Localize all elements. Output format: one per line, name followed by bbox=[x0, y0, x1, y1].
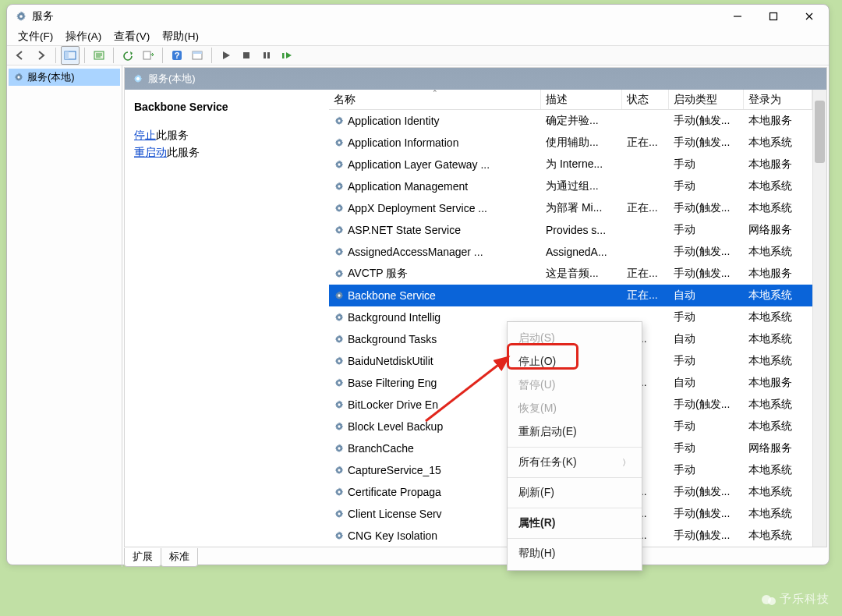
stop-suffix: 此服务 bbox=[156, 129, 189, 141]
restart-link[interactable]: 重启动 bbox=[134, 146, 167, 158]
service-icon bbox=[334, 421, 345, 432]
service-icon bbox=[334, 181, 345, 192]
svg-rect-2 bbox=[770, 13, 777, 20]
menu-help[interactable]: 帮助(H) bbox=[157, 28, 203, 45]
menu-action[interactable]: 操作(A) bbox=[61, 28, 106, 45]
chevron-right-icon: 〉 bbox=[622, 457, 631, 469]
col-start[interactable]: 启动类型 bbox=[669, 90, 744, 109]
scrollbar-thumb[interactable] bbox=[815, 101, 825, 163]
menu-file[interactable]: 文件(F) bbox=[13, 28, 58, 45]
main-header-title: 服务(本地) bbox=[148, 72, 196, 86]
stop-service-button[interactable] bbox=[237, 46, 256, 65]
service-icon bbox=[334, 312, 345, 323]
services-icon bbox=[13, 72, 24, 83]
svg-rect-14 bbox=[282, 53, 285, 58]
table-row[interactable]: Application Information使用辅助...正在...手动(触发… bbox=[329, 132, 812, 154]
svg-rect-13 bbox=[267, 52, 270, 58]
detail-pane: Backbone Service 停止此服务 重启动此服务 bbox=[125, 90, 329, 547]
ctx-properties[interactable]: 属性(R) bbox=[508, 512, 642, 535]
ctx-restart[interactable]: 重新启动(E) bbox=[508, 420, 642, 444]
menu-view[interactable]: 查看(V) bbox=[109, 28, 154, 45]
table-row[interactable]: Backbone Service正在...自动本地系统 bbox=[329, 285, 812, 306]
col-name[interactable]: 名称⌃ bbox=[329, 90, 541, 109]
pause-service-button[interactable] bbox=[257, 46, 276, 65]
menubar: 文件(F) 操作(A) 查看(V) 帮助(H) bbox=[7, 28, 829, 45]
col-status[interactable]: 状态 bbox=[622, 90, 669, 109]
service-icon bbox=[334, 530, 345, 541]
col-login[interactable]: 登录为 bbox=[744, 90, 812, 109]
export-list-button[interactable] bbox=[90, 46, 108, 65]
body: 服务(本地) 服务(本地) Backbone Service 停止此服务 bbox=[7, 65, 829, 567]
service-title: Backbone Service bbox=[134, 101, 320, 113]
col-desc[interactable]: 描述 bbox=[541, 90, 622, 109]
service-icon bbox=[334, 290, 345, 301]
tab-standard[interactable]: 标准 bbox=[161, 548, 198, 567]
watermark: 予乐科技 bbox=[761, 592, 830, 607]
service-icon bbox=[334, 356, 345, 366]
help-button[interactable]: ? bbox=[168, 46, 186, 65]
tree-root-node[interactable]: 服务(本地) bbox=[9, 69, 120, 86]
sort-caret-icon: ⌃ bbox=[432, 90, 438, 97]
titlebar: 服务 bbox=[7, 5, 829, 28]
main-header: 服务(本地) bbox=[125, 68, 826, 90]
svg-rect-10 bbox=[193, 51, 202, 54]
table-row[interactable]: AssignedAccessManager ...AssignedA...手动(… bbox=[329, 241, 812, 263]
ctx-pause: 暂停(U) bbox=[508, 373, 642, 397]
service-icon bbox=[334, 225, 345, 235]
services-icon bbox=[15, 10, 27, 23]
main-pane: 服务(本地) Backbone Service 停止此服务 重启动此服务 bbox=[124, 67, 827, 547]
svg-rect-4 bbox=[65, 51, 69, 59]
table-row[interactable]: AVCTP 服务这是音频...正在...手动(触发...本地服务 bbox=[329, 263, 812, 285]
table-row[interactable]: ASP.NET State ServiceProvides s...手动网络服务 bbox=[329, 219, 812, 241]
service-icon bbox=[334, 334, 345, 345]
refresh-button[interactable] bbox=[119, 46, 137, 65]
window-title: 服务 bbox=[32, 9, 720, 23]
service-icon bbox=[334, 115, 345, 126]
service-icon bbox=[334, 137, 345, 148]
service-icon bbox=[334, 268, 345, 279]
stop-link[interactable]: 停止 bbox=[134, 129, 156, 141]
ctx-refresh[interactable]: 刷新(F) bbox=[508, 481, 642, 504]
ctx-all-tasks[interactable]: 所有任务(K)〉 bbox=[508, 451, 642, 474]
watermark-text: 予乐科技 bbox=[780, 592, 830, 607]
svg-point-16 bbox=[768, 597, 776, 605]
service-icon bbox=[334, 443, 345, 454]
svg-text:?: ? bbox=[175, 51, 180, 60]
table-row[interactable]: AppX Deployment Service ...为部署 Mi...正在..… bbox=[329, 197, 812, 219]
service-icon bbox=[334, 246, 345, 257]
export-button[interactable] bbox=[139, 46, 157, 65]
tree-pane: 服务(本地) bbox=[7, 65, 122, 567]
toolbar: ? bbox=[7, 45, 829, 65]
table-row[interactable]: Application Management为通过组...手动本地系统 bbox=[329, 175, 812, 197]
start-service-button[interactable] bbox=[217, 46, 235, 65]
back-button[interactable] bbox=[12, 46, 30, 65]
svg-rect-11 bbox=[243, 52, 249, 58]
context-menu: 启动(S) 停止(O) 暂停(U) 恢复(M) 重新启动(E) 所有任务(K)〉… bbox=[507, 321, 642, 571]
wechat-icon bbox=[761, 593, 777, 606]
tab-extended[interactable]: 扩展 bbox=[124, 548, 161, 567]
svg-rect-6 bbox=[143, 51, 150, 59]
minimize-button[interactable] bbox=[720, 5, 755, 28]
show-hide-tree-button[interactable] bbox=[61, 46, 80, 65]
close-button[interactable] bbox=[791, 5, 827, 28]
ctx-help[interactable]: 帮助(H) bbox=[508, 542, 642, 565]
ctx-stop[interactable]: 停止(O) bbox=[508, 350, 642, 373]
restart-suffix: 此服务 bbox=[167, 146, 200, 158]
properties-button[interactable] bbox=[188, 46, 207, 65]
services-window: 服务 文件(F) 操作(A) 查看(V) 帮助(H) ? 服务(本地) bbox=[6, 4, 830, 565]
table-row[interactable]: Application Identity确定并验...手动(触发...本地服务 bbox=[329, 110, 812, 132]
service-icon bbox=[334, 465, 345, 476]
maximize-button[interactable] bbox=[755, 5, 791, 28]
table-row[interactable]: Application Layer Gateway ...为 Interne..… bbox=[329, 154, 812, 175]
service-icon bbox=[334, 487, 345, 497]
vertical-scrollbar[interactable] bbox=[812, 90, 826, 547]
svg-rect-12 bbox=[264, 52, 266, 58]
tabs-bar: 扩展 标准 bbox=[122, 548, 829, 567]
service-icon bbox=[334, 203, 345, 214]
service-icon bbox=[334, 399, 345, 410]
restart-service-button[interactable] bbox=[278, 46, 296, 65]
service-icon bbox=[334, 159, 345, 170]
ctx-resume: 恢复(M) bbox=[508, 397, 642, 420]
grid-header: 名称⌃ 描述 状态 启动类型 登录为 bbox=[329, 90, 812, 110]
forward-button[interactable] bbox=[32, 46, 51, 65]
